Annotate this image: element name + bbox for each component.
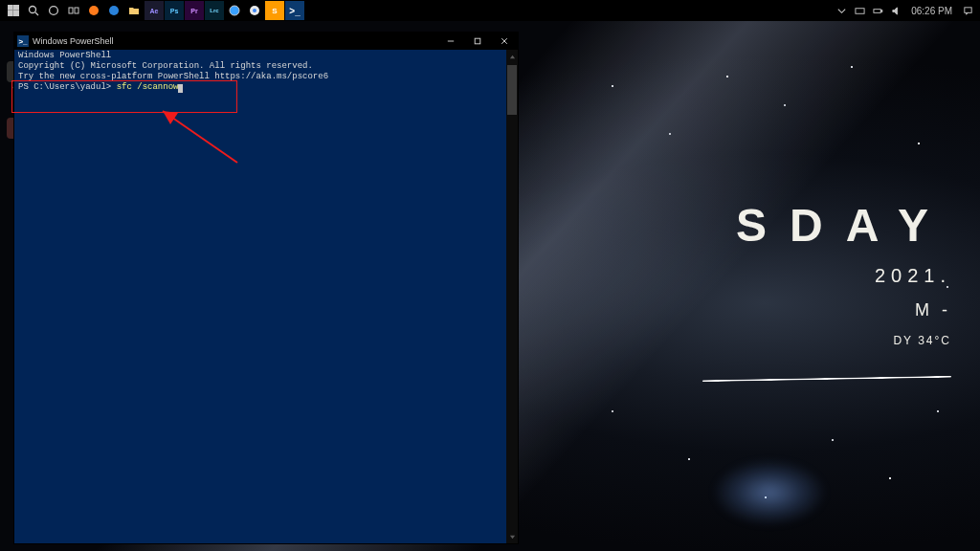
text-cursor (178, 84, 183, 93)
svg-marker-24 (509, 535, 514, 539)
maximize-button[interactable] (464, 33, 491, 50)
svg-rect-1 (13, 5, 19, 10)
svg-point-11 (230, 6, 239, 15)
taskbar: Ae Ps Pr Lrc S >_ 06:26 PM (0, 0, 980, 21)
firefox-app[interactable] (84, 1, 103, 20)
svg-rect-0 (8, 5, 12, 10)
search-button[interactable] (24, 1, 43, 20)
widget-date: 2021. (875, 265, 951, 287)
scroll-thumb[interactable] (507, 65, 517, 115)
widget-weather: DY 34°C (893, 334, 951, 347)
scrollbar[interactable] (506, 50, 518, 543)
powershell-titlebar[interactable]: >_ Windows PowerShell (14, 33, 518, 50)
svg-point-6 (50, 7, 58, 15)
svg-rect-18 (964, 7, 970, 12)
scroll-up-arrow[interactable] (506, 50, 518, 63)
ps-line: Windows PowerShell (18, 51, 516, 61)
svg-rect-2 (8, 11, 12, 16)
svg-point-4 (30, 7, 36, 13)
notifications-icon[interactable] (959, 2, 976, 19)
svg-marker-17 (893, 7, 898, 13)
nebula-glow (712, 459, 827, 526)
settings-app[interactable] (225, 1, 244, 20)
chrome-app[interactable] (245, 1, 264, 20)
svg-point-13 (253, 9, 256, 12)
ps-prompt-line: PS C:\Users\yadul> sfc /scannow (18, 82, 516, 93)
sound-icon[interactable] (887, 2, 904, 19)
desktop-clock-widget: SDAY 2021. M - DY 34°C (702, 199, 951, 380)
ps-prompt-prefix: PS C:\Users\yadul> (18, 82, 117, 92)
minimize-button[interactable] (437, 33, 464, 50)
svg-rect-8 (75, 8, 78, 13)
svg-rect-16 (880, 10, 881, 11)
widget-time: M - (915, 300, 951, 320)
start-button[interactable] (4, 1, 23, 20)
after-effects-app[interactable]: Ae (145, 1, 164, 20)
powershell-window: >_ Windows PowerShell Windows PowerShell… (13, 32, 519, 544)
taskbar-left: Ae Ps Pr Lrc S >_ (4, 1, 304, 20)
svg-point-9 (89, 6, 99, 15)
ps-line: Try the new cross-platform PowerShell ht… (18, 72, 516, 82)
file-explorer-app[interactable] (124, 1, 144, 20)
task-view-button[interactable] (64, 1, 83, 20)
ps-command: sfc /scannow (117, 82, 179, 92)
edge-app[interactable] (104, 1, 123, 20)
widget-day: SDAY (736, 199, 951, 252)
cortana-button[interactable] (44, 1, 63, 20)
photoshop-app[interactable]: Ps (165, 1, 184, 20)
powershell-icon: >_ (17, 35, 29, 47)
taskbar-right: 06:26 PM (833, 2, 976, 19)
svg-rect-14 (856, 8, 864, 13)
svg-marker-23 (509, 55, 514, 58)
lightroom-app[interactable]: Lrc (205, 1, 224, 20)
svg-rect-20 (475, 38, 480, 44)
premiere-app[interactable]: Pr (185, 1, 204, 20)
powershell-body[interactable]: Windows PowerShell Copyright (C) Microso… (14, 50, 518, 543)
scroll-down-arrow[interactable] (506, 530, 518, 543)
svg-point-10 (109, 6, 119, 15)
ps-line: Copyright (C) Microsoft Corporation. All… (18, 61, 516, 72)
window-controls (437, 33, 518, 50)
battery-icon[interactable] (869, 2, 886, 19)
svg-rect-7 (69, 8, 73, 13)
show-hidden-icons[interactable] (833, 2, 850, 19)
powershell-app[interactable]: >_ (285, 1, 304, 20)
window-title: Windows PowerShell (33, 36, 114, 46)
network-icon[interactable] (851, 2, 868, 19)
taskbar-clock[interactable]: 06:26 PM (905, 6, 958, 16)
close-button[interactable] (491, 33, 518, 50)
widget-underline (702, 376, 951, 383)
svg-line-5 (35, 12, 38, 15)
svg-rect-3 (13, 11, 19, 16)
svg-rect-15 (874, 9, 880, 12)
snagit-app[interactable]: S (265, 1, 284, 20)
